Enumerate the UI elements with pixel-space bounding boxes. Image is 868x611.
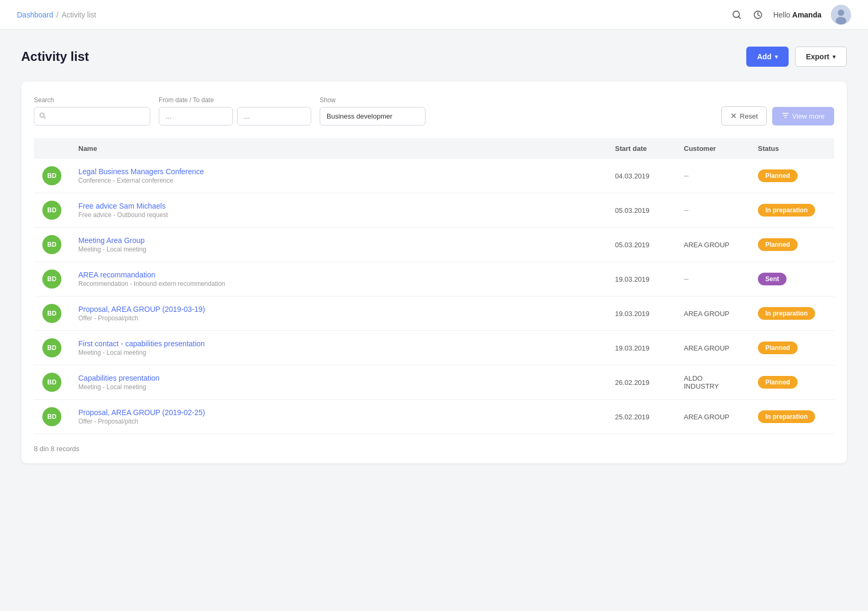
row-date-cell: 19.03.2019 xyxy=(607,262,675,296)
page-header: Activity list Add ▾ Export ▾ xyxy=(21,47,847,67)
breadcrumb-separator: / xyxy=(57,11,59,19)
breadcrumb-dashboard[interactable]: Dashboard xyxy=(17,11,53,19)
activity-sub: Offer - Proposal/pitch xyxy=(78,418,598,425)
row-customer-cell: AREA GROUP xyxy=(675,400,749,434)
activity-name-link[interactable]: Proposal, AREA GROUP (2019-02-25) xyxy=(78,408,205,417)
table-row[interactable]: BD AREA recommandation Recommendation - … xyxy=(34,262,834,296)
table-row[interactable]: BD Meeting Area Group Meeting - Local me… xyxy=(34,228,834,262)
table-footer: 8 din 8 records xyxy=(34,445,834,453)
hello-text: Hello Amanda xyxy=(773,11,821,19)
row-icon-cell: BD xyxy=(34,262,70,296)
row-name-cell: Meeting Area Group Meeting - Local meeti… xyxy=(70,228,607,262)
table-row[interactable]: BD Capabilities presentation Meeting - L… xyxy=(34,365,834,400)
search-input[interactable] xyxy=(34,107,150,125)
bd-avatar: BD xyxy=(42,269,61,289)
activity-name-link[interactable]: AREA recommandation xyxy=(78,271,156,279)
row-status-cell: In preparation xyxy=(749,296,834,331)
table-body: BD Legal Business Managers Conference Co… xyxy=(34,159,834,434)
svg-line-1 xyxy=(738,16,740,19)
table-row[interactable]: BD Legal Business Managers Conference Co… xyxy=(34,159,834,193)
add-button[interactable]: Add ▾ xyxy=(746,47,788,67)
row-icon-cell: BD xyxy=(34,159,70,193)
status-badge: Planned xyxy=(758,238,798,251)
activity-sub: Recommendation - Inbound extern recommen… xyxy=(78,280,598,287)
breadcrumb: Dashboard / Activity list xyxy=(17,11,96,19)
row-status-cell: In preparation xyxy=(749,400,834,434)
activity-sub: Conference - External conference xyxy=(78,177,598,184)
activity-sub: Meeting - Local meeting xyxy=(78,246,598,253)
table-row[interactable]: BD First contact - capabilities presenta… xyxy=(34,331,834,365)
search-icon[interactable] xyxy=(731,9,743,21)
bd-avatar: BD xyxy=(42,373,61,392)
filter-actions: ✕ Reset View more xyxy=(721,106,834,125)
export-chevron-icon: ▾ xyxy=(833,53,836,60)
table-header: Name Start date Customer Status xyxy=(34,138,834,159)
export-button[interactable]: Export ▾ xyxy=(795,47,847,67)
row-icon-cell: BD xyxy=(34,228,70,262)
row-customer-cell: – xyxy=(675,262,749,296)
bd-avatar: BD xyxy=(42,201,61,220)
avatar[interactable] xyxy=(831,5,851,25)
show-group: Show xyxy=(320,96,426,125)
row-status-cell: Planned xyxy=(749,159,834,193)
status-badge: In preparation xyxy=(758,307,815,320)
row-name-cell: Capabilities presentation Meeting - Loca… xyxy=(70,365,607,400)
activity-name-link[interactable]: Capabilities presentation xyxy=(78,374,159,382)
row-icon-cell: BD xyxy=(34,331,70,365)
row-name-cell: Free advice Sam Michaels Free advice - O… xyxy=(70,193,607,228)
topnav-right: Hello Amanda xyxy=(731,5,851,25)
activity-sub: Free advice - Outbound request xyxy=(78,211,598,219)
col-customer: Customer xyxy=(675,138,749,159)
row-date-cell: 19.03.2019 xyxy=(607,331,675,365)
row-customer-cell: ALDO INDUSTRY xyxy=(675,365,749,400)
page-title: Activity list xyxy=(21,49,89,64)
row-date-cell: 04.03.2019 xyxy=(607,159,675,193)
from-date-input[interactable] xyxy=(159,107,233,125)
main-container: Activity list Add ▾ Export ▾ Search xyxy=(0,30,868,480)
bd-avatar: BD xyxy=(42,304,61,323)
col-start-date: Start date xyxy=(607,138,675,159)
status-badge: In preparation xyxy=(758,410,815,423)
svg-point-5 xyxy=(836,17,846,24)
row-status-cell: Planned xyxy=(749,228,834,262)
search-wrapper xyxy=(34,107,150,125)
show-input[interactable] xyxy=(320,107,426,125)
col-name: Name xyxy=(70,138,607,159)
status-badge: Planned xyxy=(758,342,798,354)
col-icon xyxy=(34,138,70,159)
filters-row: Search From date / To date xyxy=(34,96,834,125)
activity-name-link[interactable]: First contact - capabilities presentatio… xyxy=(78,339,205,348)
row-status-cell: Sent xyxy=(749,262,834,296)
table-row[interactable]: BD Proposal, AREA GROUP (2019-02-25) Off… xyxy=(34,400,834,434)
status-badge: Planned xyxy=(758,169,798,182)
view-more-button[interactable]: View more xyxy=(772,107,834,125)
reset-button[interactable]: ✕ Reset xyxy=(721,106,767,125)
row-name-cell: First contact - capabilities presentatio… xyxy=(70,331,607,365)
row-status-cell: In preparation xyxy=(749,193,834,228)
row-name-cell: Proposal, AREA GROUP (2019-02-25) Offer … xyxy=(70,400,607,434)
show-label: Show xyxy=(320,96,426,104)
activity-name-link[interactable]: Meeting Area Group xyxy=(78,236,144,245)
activity-table: Name Start date Customer Status BD Legal… xyxy=(34,138,834,434)
activity-name-link[interactable]: Legal Business Managers Conference xyxy=(78,167,204,176)
activity-name-link[interactable]: Free advice Sam Michaels xyxy=(78,202,166,210)
history-icon[interactable] xyxy=(752,9,764,21)
row-icon-cell: BD xyxy=(34,400,70,434)
row-icon-cell: BD xyxy=(34,296,70,331)
records-count: 8 din 8 records xyxy=(34,445,79,453)
table-row[interactable]: BD Free advice Sam Michaels Free advice … xyxy=(34,193,834,228)
status-badge: Sent xyxy=(758,273,786,285)
table-row[interactable]: BD Proposal, AREA GROUP (2019-03-19) Off… xyxy=(34,296,834,331)
row-date-cell: 25.02.2019 xyxy=(607,400,675,434)
top-nav: Dashboard / Activity list Hello Amanda xyxy=(0,0,868,30)
row-name-cell: AREA recommandation Recommendation - Inb… xyxy=(70,262,607,296)
row-status-cell: Planned xyxy=(749,365,834,400)
to-date-input[interactable] xyxy=(237,107,311,125)
row-icon-cell: BD xyxy=(34,193,70,228)
row-status-cell: Planned xyxy=(749,331,834,365)
row-date-cell: 05.03.2019 xyxy=(607,228,675,262)
activity-name-link[interactable]: Proposal, AREA GROUP (2019-03-19) xyxy=(78,305,205,313)
row-customer-cell: AREA GROUP xyxy=(675,331,749,365)
bd-avatar: BD xyxy=(42,407,61,426)
svg-point-4 xyxy=(838,10,844,16)
